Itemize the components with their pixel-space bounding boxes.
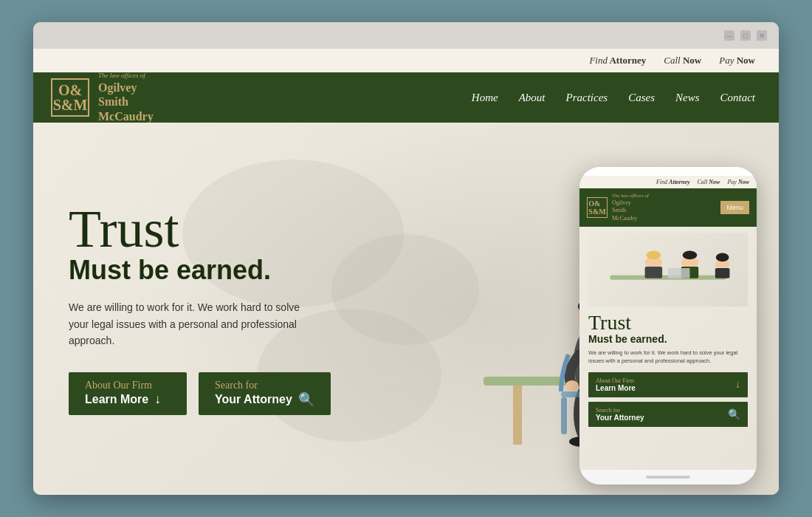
nav-cases[interactable]: Cases (628, 92, 655, 104)
mobile-pay-now[interactable]: Pay Now (727, 179, 749, 185)
mobile-firm-name: OgilveySmithMcCaudry (612, 199, 720, 222)
mobile-logo-text: The law offices of OgilveySmithMcCaudry (612, 193, 720, 222)
site-wrapper: Find Attorney Call Now Pay Now O&S&M The… (33, 49, 779, 495)
maximize-btn[interactable]: □ (740, 30, 751, 41)
main-nav: Home About Practices Cases News Contact (199, 92, 761, 104)
nav-practices[interactable]: Practices (565, 92, 608, 104)
about-firm-button[interactable]: About Our Firm Learn More ↓ (69, 372, 187, 415)
call-now-link[interactable]: Call Now (664, 55, 701, 66)
svg-rect-1 (513, 386, 522, 445)
browser-chrome: — □ ✕ (33, 22, 779, 49)
mobile-btn1-icon: ↓ (735, 379, 740, 391)
mobile-find-attorney[interactable]: Find Attorney (656, 179, 690, 185)
utility-bar: Find Attorney Call Now Pay Now (33, 49, 779, 72)
hero-body-text: We are willing to work for it. We work h… (69, 299, 320, 349)
svg-point-39 (716, 253, 729, 262)
mobile-screen: Find Attorney Call Now Pay Now O&S&M (579, 176, 757, 470)
svg-rect-40 (715, 268, 730, 278)
logo-text: The law offices of OgilveySmithMcCaudry (98, 72, 154, 123)
mobile-btn1-label: Learn More (596, 384, 636, 392)
mobile-btn2-left: Search for Your Attorney (596, 407, 644, 422)
close-btn[interactable]: ✕ (757, 30, 767, 41)
hero-headline-sub: Must be earned. (69, 256, 331, 285)
mobile-illustration (588, 233, 748, 307)
nav-news[interactable]: News (675, 92, 700, 104)
svg-point-8 (565, 380, 579, 391)
mobile-header: O&S&M The law offices of OgilveySmithMcC… (579, 188, 757, 227)
logo-emblem: O&S&M (51, 78, 89, 117)
btn2-main: Your Attorney 🔍 (215, 391, 314, 408)
search-attorney-button[interactable]: Search for Your Attorney 🔍 (199, 372, 331, 415)
firm-name: OgilveySmithMcCaudry (98, 81, 154, 123)
mobile-call-now[interactable]: Call Now (698, 179, 720, 185)
mobile-device: Find Attorney Call Now Pay Now O&S&M (579, 167, 757, 485)
svg-rect-16 (561, 397, 567, 434)
mobile-must-headline: Must be earned. (588, 333, 748, 345)
pay-now-link[interactable]: Pay Now (719, 55, 755, 66)
btn2-script: Search for (215, 380, 314, 391)
mobile-about-btn[interactable]: About Our Firm Learn More ↓ (588, 372, 748, 397)
mobile-home-bar (579, 470, 757, 485)
btn1-icon: ↓ (154, 391, 161, 407)
svg-rect-34 (645, 267, 663, 278)
logo-block: O&S&M The law offices of OgilveySmithMcC… (51, 72, 199, 123)
svg-rect-41 (668, 268, 689, 278)
mobile-logo-emblem: O&S&M (587, 197, 608, 218)
mobile-hero: Trust Must be earned. We are willing to … (579, 227, 757, 470)
mobile-btn2-script: Search for (596, 407, 644, 414)
btn1-label: Learn More (85, 393, 148, 406)
nav-home[interactable]: Home (472, 92, 498, 104)
nav-contact[interactable]: Contact (720, 92, 756, 104)
btn1-script: About Our Firm (85, 380, 171, 391)
main-header: O&S&M The law offices of OgilveySmithMcC… (33, 72, 779, 123)
mobile-body-text: We are willing to work for it. We work h… (588, 349, 748, 365)
logo-tagline: The law offices of (98, 72, 154, 79)
hero-headline-trust: Trust (69, 202, 331, 256)
mobile-btn2-label: Your Attorney (596, 414, 644, 422)
btn2-icon: 🔍 (298, 391, 314, 408)
btn1-main: Learn More ↓ (85, 391, 171, 407)
mobile-btn1-left: About Our Firm Learn More (596, 377, 636, 392)
nav-about[interactable]: About (519, 92, 546, 104)
mobile-btn2-icon: 🔍 (728, 408, 740, 421)
svg-point-33 (647, 251, 661, 260)
mobile-trust-headline: Trust (588, 312, 748, 333)
mobile-search-btn[interactable]: Search for Your Attorney 🔍 (588, 402, 748, 427)
minimize-btn[interactable]: — (724, 30, 734, 41)
mobile-home-indicator (646, 476, 690, 479)
btn2-label: Your Attorney (215, 393, 292, 406)
hero-buttons: About Our Firm Learn More ↓ Search for Y… (69, 372, 331, 415)
mobile-notch (579, 167, 757, 176)
find-attorney-link[interactable]: Find Attorney (589, 55, 646, 66)
hero-section: Trust Must be earned. We are willing to … (33, 123, 779, 495)
logo-emblem-text: O&S&M (53, 83, 88, 112)
svg-point-36 (683, 251, 698, 260)
hero-content: Trust Must be earned. We are willing to … (33, 179, 366, 439)
mobile-utility-bar: Find Attorney Call Now Pay Now (579, 176, 757, 188)
browser-window: — □ ✕ Find Attorney Call Now Pay Now O&S… (33, 22, 779, 495)
mobile-tagline: The law offices of (612, 193, 720, 199)
mobile-menu-button[interactable]: Menu (720, 201, 749, 214)
mobile-btn1-script: About Our Firm (596, 377, 636, 384)
